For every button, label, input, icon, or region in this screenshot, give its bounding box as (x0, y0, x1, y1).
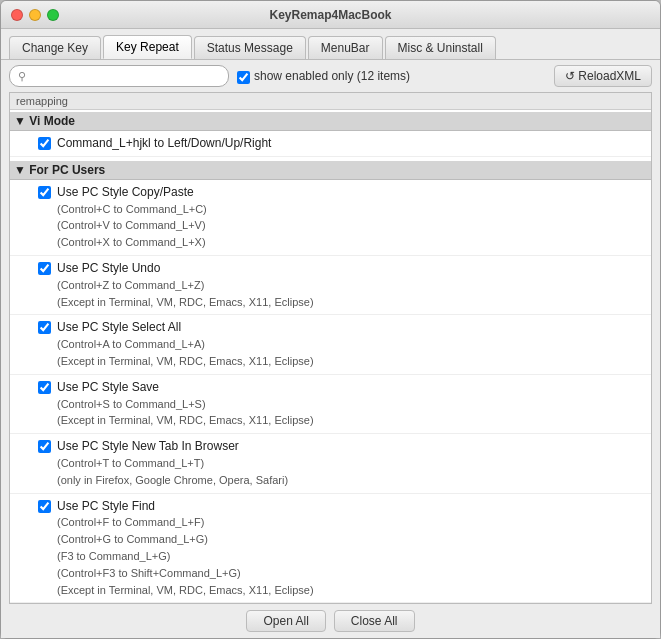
pc-new-tab-sub1: (Control+T to Command_L+T) (57, 457, 204, 469)
main-window: KeyRemap4MacBook Change Key Key Repeat S… (0, 0, 661, 639)
tab-misc-uninstall[interactable]: Misc & Uninstall (385, 36, 496, 59)
bottom-bar: Open All Close All (1, 604, 660, 638)
pc-find-sub3: (F3 to Command_L+G) (57, 550, 170, 562)
pc-find-main: Use PC Style Find (57, 499, 155, 513)
content-area[interactable]: remapping ▼ Vi Mode Command_L+hjkl to Le… (9, 92, 652, 604)
search-box[interactable]: ⚲ (9, 65, 229, 87)
vi-hjkl-checkbox[interactable] (38, 137, 51, 150)
search-input[interactable] (30, 69, 210, 83)
pc-save-checkbox[interactable] (38, 381, 51, 394)
open-all-button[interactable]: Open All (246, 610, 325, 632)
pc-find-sub4: (Control+F3 to Shift+Command_L+G) (57, 567, 241, 579)
list-item: Use PC Style Save (Control+S to Command_… (10, 375, 651, 434)
close-all-button[interactable]: Close All (334, 610, 415, 632)
toolbar: ⚲ show enabled only (12 items) ↺ ReloadX… (1, 59, 660, 92)
pc-new-tab-main: Use PC Style New Tab In Browser (57, 439, 239, 453)
search-icon: ⚲ (18, 70, 26, 83)
pc-undo-sub1: (Control+Z to Command_L+Z) (57, 279, 204, 291)
show-enabled-checkbox[interactable] (237, 71, 250, 84)
group-pc-users-header[interactable]: ▼ For PC Users (10, 161, 651, 180)
pc-undo-sub2: (Except in Terminal, VM, RDC, Emacs, X11… (57, 296, 314, 308)
list-item: Use PC Style Find (Control+F to Command_… (10, 494, 651, 604)
pc-copy-paste-checkbox[interactable] (38, 186, 51, 199)
list-item: Command_L+hjkl to Left/Down/Up/Right (10, 131, 651, 157)
window-buttons (11, 9, 59, 21)
pc-save-sub2: (Except in Terminal, VM, RDC, Emacs, X11… (57, 414, 314, 426)
minimize-button[interactable] (29, 9, 41, 21)
tab-status-message[interactable]: Status Message (194, 36, 306, 59)
pc-find-sub2: (Control+G to Command_L+G) (57, 533, 208, 545)
pc-save-sub1: (Control+S to Command_L+S) (57, 398, 206, 410)
section-label: remapping (10, 93, 651, 110)
pc-new-tab-sub2: (only in Firefox, Google Chrome, Opera, … (57, 474, 288, 486)
pc-new-tab-checkbox[interactable] (38, 440, 51, 453)
pc-save-text: Use PC Style Save (Control+S to Command_… (57, 379, 314, 429)
pc-copy-paste-text: Use PC Style Copy/Paste (Control+C to Co… (57, 184, 207, 251)
pc-select-all-sub1: (Control+A to Command_L+A) (57, 338, 205, 350)
pc-select-all-sub2: (Except in Terminal, VM, RDC, Emacs, X11… (57, 355, 314, 367)
vi-mode-label: ▼ Vi Mode (14, 114, 75, 128)
zoom-button[interactable] (47, 9, 59, 21)
pc-select-all-checkbox[interactable] (38, 321, 51, 334)
group-vi-mode-header[interactable]: ▼ Vi Mode (10, 112, 651, 131)
show-enabled-container: show enabled only (12 items) (237, 69, 410, 84)
close-button[interactable] (11, 9, 23, 21)
group-for-pc-users: ▼ For PC Users Use PC Style Copy/Paste (… (10, 159, 651, 604)
list-item: Use PC Style Select All (Control+A to Co… (10, 315, 651, 374)
pc-users-label: ▼ For PC Users (14, 163, 105, 177)
group-vi-mode: ▼ Vi Mode Command_L+hjkl to Left/Down/Up… (10, 110, 651, 159)
tab-bar: Change Key Key Repeat Status Message Men… (1, 29, 660, 59)
tab-menubar[interactable]: MenuBar (308, 36, 383, 59)
pc-save-main: Use PC Style Save (57, 380, 159, 394)
window-title: KeyRemap4MacBook (269, 8, 391, 22)
pc-undo-main: Use PC Style Undo (57, 261, 160, 275)
pc-new-tab-text: Use PC Style New Tab In Browser (Control… (57, 438, 288, 488)
reload-xml-button[interactable]: ↺ ReloadXML (554, 65, 652, 87)
vi-hjkl-text: Command_L+hjkl to Left/Down/Up/Right (57, 135, 271, 152)
pc-undo-checkbox[interactable] (38, 262, 51, 275)
pc-find-text: Use PC Style Find (Control+F to Command_… (57, 498, 314, 599)
list-item: Use PC Style New Tab In Browser (Control… (10, 434, 651, 493)
tab-key-repeat[interactable]: Key Repeat (103, 35, 192, 59)
pc-find-checkbox[interactable] (38, 500, 51, 513)
pc-copy-paste-sub2: (Control+V to Command_L+V) (57, 219, 206, 231)
pc-copy-paste-sub1: (Control+C to Command_L+C) (57, 203, 207, 215)
pc-copy-paste-main: Use PC Style Copy/Paste (57, 185, 194, 199)
list-item: Use PC Style Copy/Paste (Control+C to Co… (10, 180, 651, 256)
pc-undo-text: Use PC Style Undo (Control+Z to Command_… (57, 260, 314, 310)
pc-select-all-text: Use PC Style Select All (Control+A to Co… (57, 319, 314, 369)
show-enabled-label: show enabled only (12 items) (254, 69, 410, 83)
title-bar: KeyRemap4MacBook (1, 1, 660, 29)
pc-find-sub1: (Control+F to Command_L+F) (57, 516, 204, 528)
list-item: Use PC Style Undo (Control+Z to Command_… (10, 256, 651, 315)
tab-change-key[interactable]: Change Key (9, 36, 101, 59)
pc-select-all-main: Use PC Style Select All (57, 320, 181, 334)
pc-find-sub5: (Except in Terminal, VM, RDC, Emacs, X11… (57, 584, 314, 596)
pc-copy-paste-sub3: (Control+X to Command_L+X) (57, 236, 206, 248)
